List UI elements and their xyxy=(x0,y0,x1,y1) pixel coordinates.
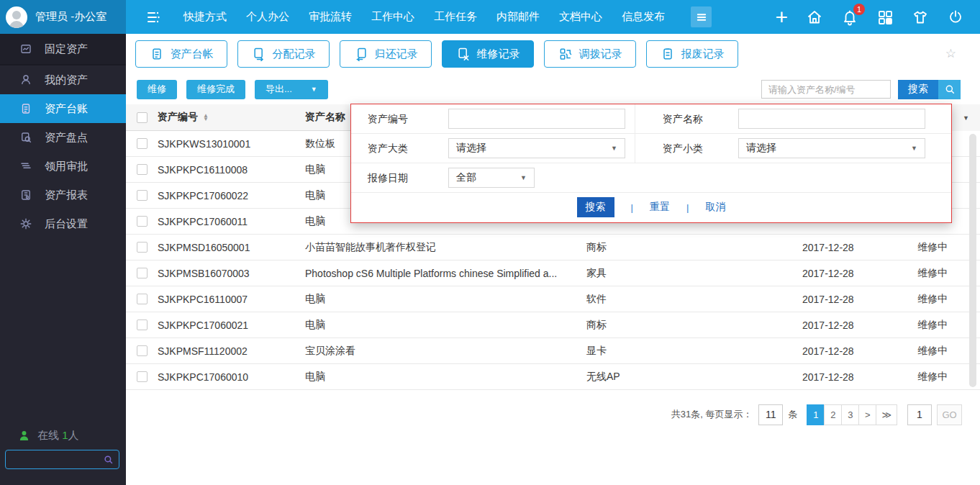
select-all-checkbox[interactable] xyxy=(137,112,148,123)
cell-code: SJKPKPC17060021 xyxy=(158,319,305,331)
tab-1[interactable]: 分配记录 xyxy=(237,40,330,68)
cell-code: SJKPKWS13010001 xyxy=(158,138,305,150)
row-checkbox[interactable] xyxy=(137,345,148,356)
tab-label: 归还记录 xyxy=(375,47,418,61)
sidebar-item-label: 资产盘点 xyxy=(45,131,88,145)
sort-icon[interactable]: ▲▼ xyxy=(203,114,209,121)
topnav-item-7[interactable]: 信息发布 xyxy=(622,10,665,24)
sidebar-item-6[interactable]: 后台设置 xyxy=(0,209,126,238)
cell-category: 家具 xyxy=(586,267,802,280)
sidebar-item-0[interactable]: 固定资产 xyxy=(0,34,126,65)
clipboard-lines-icon xyxy=(661,47,675,61)
asset-code-input[interactable] xyxy=(448,109,625,129)
page-jump-input[interactable] xyxy=(907,404,932,425)
sidebar: 固定资产我的资产资产台账资产盘点领用审批资产报表后台设置 在线 1人 xyxy=(0,34,126,485)
filter-cancel-button[interactable]: 取消 xyxy=(705,201,725,214)
filter-footer: 搜索 | 重置 | 取消 xyxy=(351,193,951,222)
page-button-1[interactable]: 1 xyxy=(807,404,825,425)
apps-grid-icon[interactable] xyxy=(876,9,894,26)
column-chooser-icon[interactable]: ▼ xyxy=(951,104,980,131)
add-icon[interactable]: + xyxy=(775,9,788,26)
export-button[interactable]: 导出... ▼ xyxy=(255,80,328,99)
online-person-icon xyxy=(18,430,30,442)
table-row[interactable]: SJKPKPC17060010电脑无线AP2017-12-28维修中 xyxy=(126,364,980,390)
filter-row-1: 资产编号 资产名称 xyxy=(351,104,951,134)
page-button-3[interactable]: 3 xyxy=(841,404,859,425)
row-checkbox[interactable] xyxy=(137,216,148,227)
user-avatar[interactable] xyxy=(6,6,27,28)
toolbar: 维修 维修完成 导出... ▼ 搜索 xyxy=(126,74,980,104)
go-button[interactable]: GO xyxy=(937,404,962,425)
online-count: 1 xyxy=(62,429,68,441)
table-row[interactable]: SJKPKPC16110007电脑软件2017-12-28维修中 xyxy=(126,286,980,312)
quick-search-input[interactable] xyxy=(761,80,891,99)
next-page-button[interactable]: > xyxy=(858,404,876,425)
ledger-icon xyxy=(19,102,32,115)
sidebar-item-5[interactable]: 资产报表 xyxy=(0,181,126,209)
cell-name: 电脑 xyxy=(305,371,586,384)
page-size-input[interactable] xyxy=(758,404,783,425)
topnav-item-0[interactable]: 快捷方式 xyxy=(183,10,227,24)
favorite-star-icon[interactable]: ☆ xyxy=(945,46,956,61)
sidebar-item-1[interactable]: 我的资产 xyxy=(0,65,126,94)
tab-5[interactable]: 报废记录 xyxy=(646,40,738,68)
topnav-item-5[interactable]: 内部邮件 xyxy=(496,10,540,24)
tab-2[interactable]: 归还记录 xyxy=(340,40,432,68)
major-class-value: 请选择 xyxy=(456,142,486,155)
advanced-filter-popup: 资产编号 资产名称 资产大类 请选择 ▼ 资产小类 请选择 ▼ 报修日期 全部 … xyxy=(350,104,952,223)
cell-code: SJKPKPC16110007 xyxy=(158,294,305,305)
report-icon xyxy=(19,189,32,201)
vertical-scrollbar[interactable] xyxy=(969,134,976,387)
notifications-bell-icon[interactable]: 1 xyxy=(841,9,858,26)
topnav-item-1[interactable]: 个人办公 xyxy=(246,10,289,24)
hamburger-icon[interactable] xyxy=(691,6,712,27)
shirt-icon[interactable] xyxy=(912,9,929,26)
sidebar-item-4[interactable]: 领用审批 xyxy=(0,152,126,181)
tab-label: 调拨记录 xyxy=(579,47,622,61)
tab-0[interactable]: 资产台帐 xyxy=(135,40,227,68)
tab-4[interactable]: 调拨记录 xyxy=(544,40,636,68)
topnav-item-3[interactable]: 工作中心 xyxy=(371,10,414,24)
table-row[interactable]: SJKPMSF11120002宝贝涂涂看显卡2017-12-28维修中 xyxy=(126,338,980,364)
row-checkbox[interactable] xyxy=(137,319,148,330)
row-checkbox[interactable] xyxy=(137,294,148,304)
sidebar-item-2[interactable]: 资产台账 xyxy=(0,94,126,123)
power-icon[interactable] xyxy=(947,9,964,26)
cell-name: 电脑 xyxy=(305,319,586,332)
last-page-button[interactable]: ≫ xyxy=(876,404,897,425)
row-checkbox[interactable] xyxy=(137,242,148,253)
chevron-down-icon: ▼ xyxy=(520,174,527,181)
sidebar-item-3[interactable]: 资产盘点 xyxy=(0,123,126,152)
row-checkbox[interactable] xyxy=(137,164,148,175)
table-row[interactable]: SJKPMSD16050001小苗苗智能故事机著作权登记商标2017-12-28… xyxy=(126,235,980,260)
sidebar-search-icon[interactable] xyxy=(103,454,114,465)
topbar: 管理员 -办公室 快捷方式个人办公审批流转工作中心工作任务内部邮件文档中心信息发… xyxy=(0,0,980,34)
topnav-item-4[interactable]: 工作任务 xyxy=(434,10,477,24)
table-row[interactable]: SJKPKPC17060021电脑商标2017-12-28维修中 xyxy=(126,312,980,338)
search-magnifier-icon[interactable] xyxy=(938,80,961,99)
filter-reset-button[interactable]: 重置 xyxy=(650,201,670,214)
major-class-select[interactable]: 请选择 ▼ xyxy=(448,138,625,158)
topnav-item-2[interactable]: 审批流转 xyxy=(309,10,352,24)
row-checkbox[interactable] xyxy=(137,371,148,382)
asset-name-input[interactable] xyxy=(738,109,925,129)
home-icon[interactable] xyxy=(806,9,823,26)
tab-3[interactable]: 维修记录 xyxy=(442,40,534,68)
quick-search-group: 搜索 xyxy=(761,80,961,99)
sidebar-search-input[interactable] xyxy=(11,454,103,465)
repair-button[interactable]: 维修 xyxy=(137,80,177,99)
topnav-item-6[interactable]: 文档中心 xyxy=(559,10,602,24)
repair-done-button[interactable]: 维修完成 xyxy=(186,80,245,99)
menu-collapse-icon[interactable] xyxy=(145,9,162,26)
row-checkbox[interactable] xyxy=(137,190,148,201)
quick-search-button[interactable]: 搜索 xyxy=(898,80,938,99)
row-checkbox[interactable] xyxy=(137,138,148,149)
person-icon xyxy=(19,73,32,86)
page-button-2[interactable]: 2 xyxy=(824,404,842,425)
row-checkbox[interactable] xyxy=(137,268,148,278)
table-row[interactable]: SJKPMSB16070003Photoshop cS6 Multiple Pl… xyxy=(126,260,980,286)
repair-date-label: 报修日期 xyxy=(368,172,408,185)
minor-class-select[interactable]: 请选择 ▼ xyxy=(738,138,925,158)
repair-date-select[interactable]: 全部 ▼ xyxy=(448,168,535,188)
filter-search-button[interactable]: 搜索 xyxy=(577,197,614,217)
